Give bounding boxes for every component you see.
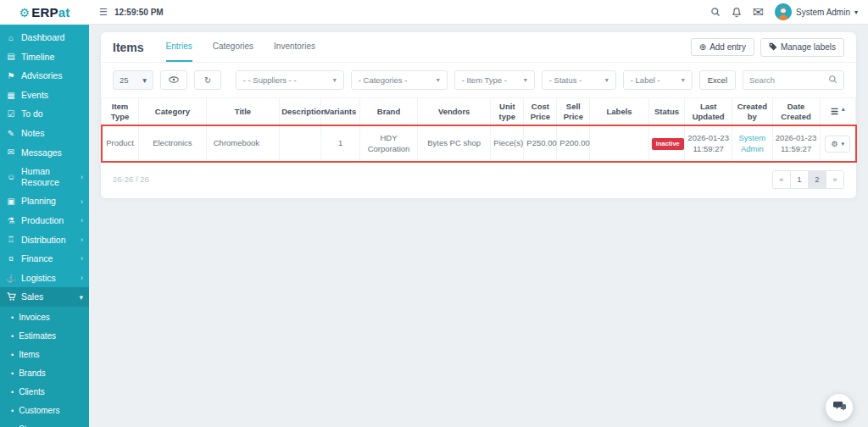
page-1-button[interactable]: 1 bbox=[790, 170, 809, 189]
truck-icon: ⚓ bbox=[6, 274, 16, 283]
list-toggle-icon[interactable]: ☰ bbox=[99, 7, 108, 18]
cell-category: Electronics bbox=[139, 125, 207, 162]
card-header: Items Entries Categories Inventories ⊕Ad… bbox=[101, 32, 856, 63]
col-cost-price[interactable]: Cost Price bbox=[524, 98, 557, 126]
col-last-updated[interactable]: Last Updated bbox=[685, 98, 732, 126]
flask-icon: ⚗ bbox=[6, 216, 16, 225]
sidebar-item-messages[interactable]: ✉Messages bbox=[0, 143, 89, 163]
sidebar-item-finance[interactable]: ¤Finance› bbox=[0, 249, 89, 269]
sort-asc-icon: ▴ bbox=[842, 106, 845, 114]
col-brand[interactable]: Brand bbox=[360, 98, 418, 126]
sidebar-subitem-brands[interactable]: •Brands bbox=[0, 364, 89, 383]
status-filter[interactable]: - Status -▾ bbox=[542, 70, 616, 90]
sidebar-subitem-clients[interactable]: •Clients bbox=[0, 383, 89, 402]
envelope-icon: ✉ bbox=[6, 147, 16, 157]
sidebar-item-distribution[interactable]: ♖Distribution› bbox=[0, 230, 89, 250]
bell-icon[interactable] bbox=[732, 7, 742, 18]
cell-variants: 1 bbox=[321, 125, 360, 162]
sales-submenu: •Invoices •Estimates •Items •Brands •Cli… bbox=[0, 307, 89, 427]
sidebar-subitem-estimates[interactable]: •Estimates bbox=[0, 327, 89, 346]
sidebar-item-todo[interactable]: ☑To do bbox=[0, 104, 89, 124]
col-unit-type[interactable]: Unit type bbox=[491, 98, 524, 126]
label-filter[interactable]: - Label -▾ bbox=[623, 70, 693, 90]
search-box[interactable] bbox=[743, 70, 844, 90]
search-input[interactable] bbox=[749, 75, 822, 85]
user-menu[interactable]: System Admin ▾ bbox=[775, 3, 858, 20]
col-category[interactable]: Category bbox=[139, 98, 207, 126]
envelope-icon[interactable]: ✉ bbox=[753, 4, 764, 20]
col-status[interactable]: Status bbox=[648, 98, 684, 126]
item-type-filter[interactable]: - Item Type -▾ bbox=[454, 70, 535, 90]
col-vendors[interactable]: Vendors bbox=[417, 98, 490, 126]
col-description[interactable]: Description bbox=[280, 98, 321, 126]
manage-labels-button[interactable]: Manage labels bbox=[760, 38, 844, 57]
chat-button[interactable] bbox=[826, 394, 853, 421]
bullet-icon: • bbox=[11, 332, 14, 341]
tab-inventories[interactable]: Inventories bbox=[274, 32, 315, 62]
toggle-columns-button[interactable] bbox=[160, 70, 187, 90]
sidebar-item-production[interactable]: ⚗Production› bbox=[0, 211, 89, 230]
page-size-select[interactable]: 25▾ bbox=[113, 70, 153, 90]
sidebar-item-planning[interactable]: ▣Planning› bbox=[0, 191, 89, 211]
search-icon bbox=[828, 75, 837, 86]
suppliers-filter[interactable]: - - Suppliers - -▾ bbox=[236, 70, 344, 90]
sidebar-subitem-stores[interactable]: •Stores bbox=[0, 420, 89, 427]
chevron-right-icon: › bbox=[81, 236, 83, 244]
avatar bbox=[775, 3, 792, 20]
col-sell-price[interactable]: Sell Price bbox=[557, 98, 590, 126]
col-title[interactable]: Title bbox=[206, 98, 279, 126]
items-card: Items Entries Categories Inventories ⊕Ad… bbox=[101, 32, 856, 198]
tab-entries[interactable]: Entries bbox=[166, 32, 192, 62]
check-square-icon: ☑ bbox=[6, 109, 16, 119]
sidebar-item-advisories[interactable]: ⚑Advisories bbox=[0, 66, 89, 86]
created-by-link[interactable]: System Admin bbox=[739, 133, 766, 153]
refresh-button[interactable]: ↻ bbox=[194, 70, 221, 90]
caret-down-icon: ▾ bbox=[682, 76, 685, 84]
brand-logo[interactable]: ⚙ ERPat bbox=[0, 0, 89, 25]
col-created-by[interactable]: Created by bbox=[732, 98, 772, 126]
sidebar-subitem-invoices[interactable]: •Invoices bbox=[0, 308, 89, 327]
cell-unit-type: Piece(s) bbox=[491, 125, 524, 162]
chevron-right-icon: › bbox=[81, 254, 83, 263]
cart-icon bbox=[6, 292, 16, 302]
timeline-icon: ▤ bbox=[6, 52, 16, 61]
cell-sell-price: P200.00 bbox=[557, 125, 590, 162]
caret-down-icon: ▾ bbox=[333, 76, 337, 84]
topbar-right: ✉ System Admin ▾ bbox=[710, 3, 858, 20]
excel-export-button[interactable]: Excel bbox=[699, 70, 736, 90]
bullet-icon: • bbox=[11, 407, 14, 415]
page-prev-button[interactable]: « bbox=[772, 170, 791, 189]
bullet-icon: • bbox=[11, 313, 14, 322]
filter-dropdowns: - - Suppliers - -▾ - Categories -▾ - Ite… bbox=[236, 70, 844, 90]
topbar: ☰ 12:59:50 PM ✉ System Admin ▾ bbox=[89, 0, 868, 25]
sidebar-item-dashboard[interactable]: ⌂Dashboard bbox=[0, 28, 89, 47]
sidebar-item-human-resource[interactable]: ☺Human Resource› bbox=[0, 162, 89, 191]
page-next-button[interactable]: » bbox=[826, 170, 844, 189]
row-actions-button[interactable]: ⚙▾ bbox=[825, 136, 850, 152]
tab-categories[interactable]: Categories bbox=[213, 32, 253, 62]
col-item-type[interactable]: Item Type bbox=[102, 98, 139, 126]
sidebar-item-notes[interactable]: ✎Notes bbox=[0, 124, 89, 143]
col-variants[interactable]: Variants bbox=[321, 98, 360, 126]
sidebar-item-events[interactable]: ▦Events bbox=[0, 86, 89, 105]
caret-down-icon: ▾ bbox=[842, 140, 845, 147]
card-footer: 26-26 / 26 « 1 2 » bbox=[101, 163, 856, 198]
col-date-created[interactable]: Date Created bbox=[772, 98, 820, 126]
bullhorn-icon: ⚑ bbox=[6, 71, 16, 80]
table-row[interactable]: Product Electronics Chromebook 1 HDY Cor… bbox=[102, 125, 856, 162]
items-table: Item Type Category Title Description Var… bbox=[101, 97, 856, 163]
col-labels[interactable]: Labels bbox=[590, 98, 649, 126]
chevron-down-icon: ▾ bbox=[79, 293, 83, 302]
sidebar-subitem-customers[interactable]: •Customers bbox=[0, 402, 89, 420]
search-icon[interactable] bbox=[710, 7, 721, 17]
categories-filter[interactable]: - Categories -▾ bbox=[351, 70, 448, 90]
col-actions[interactable]: ☰▴ bbox=[820, 98, 855, 126]
briefcase-icon: ▣ bbox=[6, 197, 16, 206]
sidebar-item-sales[interactable]: Sales▾ bbox=[0, 287, 89, 307]
money-icon: ¤ bbox=[6, 254, 16, 263]
page-2-button[interactable]: 2 bbox=[808, 170, 826, 189]
sidebar-item-logistics[interactable]: ⚓Logistics› bbox=[0, 269, 89, 288]
sidebar-item-timeline[interactable]: ▤Timeline bbox=[0, 47, 89, 67]
add-entry-button[interactable]: ⊕Add entry bbox=[691, 38, 754, 56]
sidebar-subitem-items[interactable]: •Items bbox=[0, 346, 89, 364]
